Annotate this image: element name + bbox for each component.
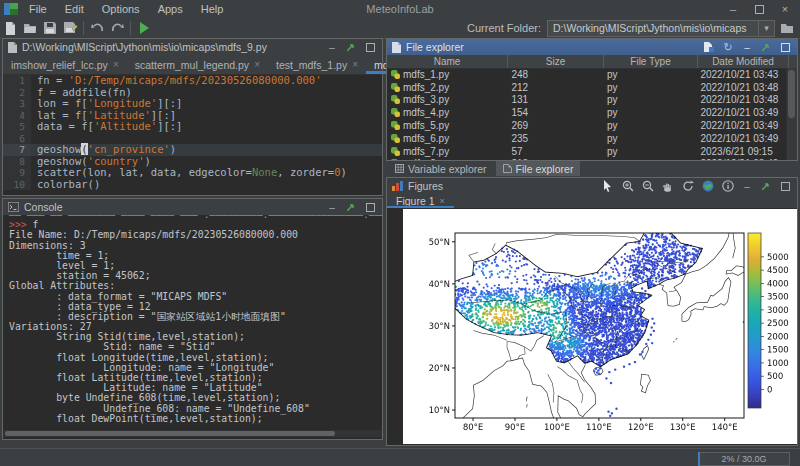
line-number: 10 [3,179,31,191]
console-horizontal-scrollbar[interactable] [3,430,382,437]
file-name-cell: mdfs_4.py [387,107,507,118]
globe-icon[interactable] [700,179,715,193]
window-close-button[interactable]: × [772,2,798,16]
file-type-cell: py [603,158,697,160]
table-row[interactable]: mdfs_5.py269py2022/10/21 03:49 [387,119,787,132]
meteoinfolab-window: { "app": {"title": "MeteoInfoLab"}, "men… [0,0,800,466]
zoom-out-icon[interactable] [640,179,655,193]
figures-maximize-icon[interactable] [778,180,792,192]
open-file-icon[interactable] [20,19,40,37]
file-explorer-maximize-icon[interactable] [778,41,792,53]
file-icon [392,42,401,53]
menu-options[interactable]: Options [93,3,149,15]
console-float-icon[interactable] [344,201,358,213]
console-minimize-icon[interactable]: – [325,201,339,213]
file-icon [503,164,512,173]
refresh-icon[interactable]: ↻ [721,41,735,53]
figure-canvas-area[interactable] [403,209,797,444]
browse-folder-icon[interactable] [781,23,794,34]
new-file-icon[interactable] [0,19,20,37]
current-folder-value: D:\Working\MIScript\Jython\mis\io\micaps [548,22,758,34]
console-output[interactable]: ―― ――― ―― ―――――――― ―――― ―――― ――― :――――――… [3,215,382,427]
table-row[interactable]: mdfs_2.py212py2022/10/21 03:48 [387,81,787,94]
file-size-cell: 248 [507,69,603,80]
app-logo-icon [4,3,20,15]
python-file-icon [391,108,400,117]
save-as-icon[interactable] [60,19,80,37]
code-text: colorbar() [31,179,100,191]
file-explorer-float-icon[interactable] [759,41,773,53]
dock-tab-variable-explorer[interactable]: Variable explorer [388,161,494,176]
table-row[interactable]: mdfs_1.py248py2022/10/21 03:43 [387,68,787,81]
table-row[interactable]: mdfs_3.py131py2022/10/21 03:48 [387,94,787,107]
table-row[interactable]: mdfs_7.py57py2023/6/21 09:15 [387,145,787,158]
window-minimize-button[interactable]: – [720,2,746,16]
undo-icon[interactable] [87,19,107,37]
column-header-name[interactable]: Name [387,55,508,68]
scrollbar-thumb[interactable] [788,70,795,118]
editor-tab-scatterm_mul_legend.py[interactable]: scatterm_mul_legend.py× [127,55,268,74]
console-maximize-icon[interactable] [363,201,377,213]
run-script-icon[interactable] [134,19,154,37]
date-modified-cell: 2023/6/21 09:15 [696,146,787,157]
menu-edit[interactable]: Edit [56,3,93,15]
scrollbar-thumb[interactable] [5,431,335,436]
date-modified-cell: 2022/10/21 03:49 [696,120,787,131]
table-row[interactable]: mdfs_8.py218py2022/10/21 03:49 [387,158,787,160]
chevron-down-icon[interactable]: ▾ [758,21,774,36]
date-modified-cell: 2022/10/21 03:48 [696,94,787,105]
close-tab-icon[interactable]: × [113,59,119,70]
editor-maximize-icon[interactable] [363,41,377,53]
figures-float-icon[interactable] [759,180,773,192]
table-row[interactable]: mdfs_6.py235py2022/10/21 03:49 [387,132,787,145]
code-editor[interactable]: 1fn = 'D:/Temp/micaps/mdfs/2023052608000… [3,75,382,195]
tab-label: scatterm_mul_legend.py [135,59,249,71]
editor-tab-bar: imshow_relief_lcc.py×scatterm_mul_legend… [3,55,382,75]
tab-label: test_mdfs_1.py [276,59,347,71]
file-type-cell: py [603,120,697,131]
file-explorer-minimize-icon[interactable]: – [740,41,754,53]
zoom-in-icon[interactable] [620,179,635,193]
window-maximize-button[interactable] [746,2,772,16]
menu-apps[interactable]: Apps [149,3,192,15]
file-type-cell: py [603,107,697,118]
editor-float-icon[interactable] [344,41,358,53]
console-panel: Console – ―― ――― ―― ―――――――― ―――― ―――― ―… [2,198,383,440]
line-number: 6 [3,133,31,145]
column-header-date-modified[interactable]: Date Modified [698,55,789,68]
editor-minimize-icon[interactable]: – [325,41,339,53]
file-table[interactable]: mdfs_1.py248py2022/10/21 03:43mdfs_2.py2… [387,68,787,160]
column-header-size[interactable]: Size [508,55,604,68]
menu-help[interactable]: Help [192,3,233,15]
figures-minimize-icon[interactable]: – [740,180,754,192]
console-titlebar: Console – [3,199,382,215]
new-file-small-icon[interactable] [702,41,716,53]
close-tab-icon[interactable]: × [352,59,358,70]
pan-hand-icon[interactable] [660,179,675,193]
memory-indicator[interactable]: 2% / 30.0G [698,452,790,466]
dock-tab-file-explorer[interactable]: File explorer [496,161,581,176]
file-table-vertical-scrollbar[interactable] [786,68,797,160]
save-icon[interactable] [40,19,60,37]
column-header-file-type[interactable]: File Type [604,55,698,68]
editor-tab-test_mdfs_1.py[interactable]: test_mdfs_1.py× [268,55,366,74]
line-number: 2 [3,87,31,99]
code-line: 10colorbar() [3,179,382,191]
file-table-header[interactable]: NameSizeFile TypeDate Modified [387,55,797,69]
rotate-icon[interactable] [680,179,695,193]
menu-bar: FileEditOptionsAppsHelp [20,3,232,15]
close-tab-icon[interactable]: × [254,59,260,70]
redo-icon[interactable] [107,19,127,37]
china-altitude-scatter-map[interactable] [403,209,797,444]
menu-file[interactable]: File [20,3,56,15]
pointer-icon[interactable] [600,179,615,193]
editor-tab-imshow_relief_lcc.py[interactable]: imshow_relief_lcc.py× [3,55,127,74]
line-number: 5 [3,121,31,133]
close-tab-icon[interactable]: × [440,196,445,206]
current-folder-combobox[interactable]: D:\Working\MIScript\Jython\mis\io\micaps… [547,20,775,37]
info-icon[interactable] [720,179,735,193]
line-number: 3 [3,98,31,110]
figure-tab-figure-1[interactable]: Figure 1× [387,194,454,208]
table-row[interactable]: mdfs_4.py154py2022/10/21 03:49 [387,106,787,119]
file-name-cell: mdfs_8.py [387,158,507,160]
